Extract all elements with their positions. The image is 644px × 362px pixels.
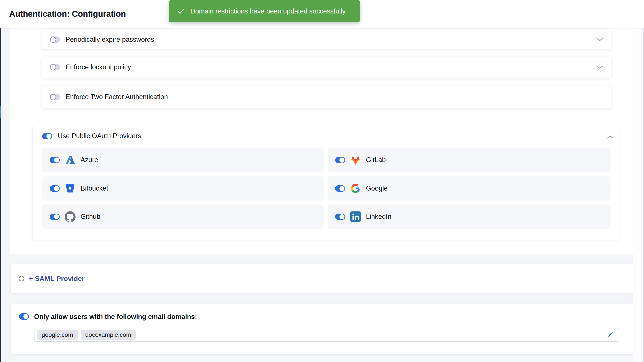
provider-row-linkedin[interactable]: LinkedIn (328, 205, 610, 229)
edit-domains-button[interactable] (606, 331, 614, 339)
two-factor-toggle[interactable] (50, 94, 60, 100)
google-icon (350, 183, 361, 194)
domain-tag[interactable]: google.com (37, 330, 78, 340)
toggle-knob (50, 37, 56, 43)
setting-row-two-factor[interactable]: Enforce Two Factor Authentication (42, 86, 612, 108)
provider-row-bitbucket[interactable]: Bitbucket (42, 176, 324, 201)
right-gutter (633, 29, 644, 362)
bitbucket-icon (64, 183, 76, 194)
scrollbar-track[interactable] (643, 29, 644, 362)
provider-row-gitlab[interactable]: GitLab (328, 147, 610, 172)
provider-label: GitLab (366, 156, 386, 164)
toggle-knob (23, 313, 29, 320)
page-title: Authentication: Configuration (9, 0, 126, 28)
provider-row-google[interactable]: Google (328, 176, 610, 201)
configuration-panel: Periodically expire passwords Enforce lo… (10, 29, 633, 254)
toggle-knob (54, 185, 60, 192)
provider-label: Google (366, 185, 388, 192)
oauth-providers-section: Use Public OAuth Providers Azure (32, 125, 620, 240)
linkedin-toggle[interactable] (335, 214, 345, 220)
success-toast: Domain restrictions have been updated su… (169, 0, 360, 22)
gitlab-toggle[interactable] (335, 157, 345, 163)
setting-label: Enforce lockout policy (66, 63, 131, 71)
oauth-header-label: Use Public OAuth Providers (58, 132, 141, 140)
email-domains-label: Only allow users with the following emai… (34, 312, 197, 321)
google-toggle[interactable] (335, 185, 345, 192)
toggle-knob (339, 185, 345, 192)
toggle-knob (339, 214, 345, 220)
saml-radio[interactable] (19, 276, 24, 281)
toggle-knob (54, 214, 60, 220)
provider-label: Github (80, 213, 100, 221)
provider-label: LinkedIn (366, 213, 391, 221)
chevron-down-icon[interactable] (596, 38, 603, 42)
azure-icon (64, 154, 76, 165)
provider-row-github[interactable]: Github (42, 205, 324, 229)
toggle-knob (54, 157, 60, 163)
collapsed-sidebar-edge[interactable] (0, 28, 1, 362)
add-saml-provider-button[interactable]: + SAML Provider (29, 264, 84, 293)
lockout-policy-toggle[interactable] (50, 64, 60, 70)
sidebar-accent-mark (0, 106, 1, 118)
email-domains-input[interactable]: google.com docexample.com (34, 328, 619, 342)
gitlab-icon (350, 154, 361, 165)
chevron-up-icon[interactable] (607, 135, 614, 139)
chevron-down-icon[interactable] (596, 65, 603, 69)
azure-toggle[interactable] (50, 157, 60, 163)
setting-row-lockout-policy[interactable]: Enforce lockout policy (42, 56, 612, 78)
expire-passwords-toggle[interactable] (50, 37, 60, 43)
provider-row-azure[interactable]: Azure (42, 147, 324, 172)
github-icon (64, 211, 76, 222)
email-domains-toggle[interactable] (19, 313, 29, 320)
toggle-knob (46, 133, 52, 139)
provider-label: Bitbucket (80, 185, 108, 192)
oauth-master-toggle[interactable] (42, 133, 52, 139)
setting-label: Enforce Two Factor Authentication (66, 93, 168, 101)
bitbucket-toggle[interactable] (50, 185, 60, 192)
domain-tag[interactable]: docexample.com (81, 330, 136, 340)
toggle-knob (50, 94, 56, 100)
provider-label: Azure (80, 156, 98, 164)
pencil-icon (607, 331, 614, 338)
setting-label: Periodically expire passwords (66, 36, 154, 44)
toast-message: Domain restrictions have been updated su… (190, 8, 347, 15)
toggle-knob (50, 64, 56, 70)
check-icon (177, 8, 185, 14)
saml-provider-panel: + SAML Provider (11, 264, 634, 293)
email-domains-panel: Only allow users with the following emai… (11, 304, 634, 354)
oauth-header: Use Public OAuth Providers (42, 132, 141, 140)
toggle-knob (339, 157, 345, 163)
setting-row-expire-passwords[interactable]: Periodically expire passwords (42, 30, 612, 49)
linkedin-icon (350, 211, 361, 222)
github-toggle[interactable] (50, 214, 60, 220)
